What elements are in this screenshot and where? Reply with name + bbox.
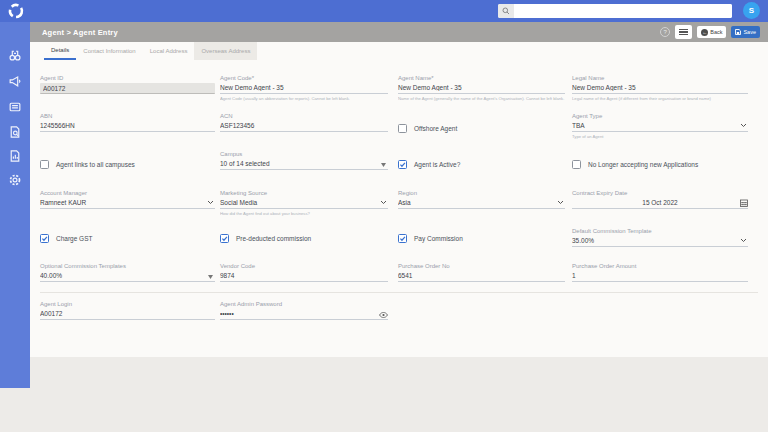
save-button[interactable]: Save bbox=[731, 26, 760, 38]
optional-commission-templates-select[interactable]: 40.00% bbox=[40, 270, 215, 282]
binoculars-icon[interactable] bbox=[8, 48, 22, 62]
field-abn: ABN bbox=[40, 112, 215, 132]
pre-deducted-commission-checkbox[interactable] bbox=[220, 234, 229, 243]
dropdown-triangle-icon bbox=[208, 275, 213, 279]
hamburger-menu-button[interactable] bbox=[675, 25, 692, 39]
page-header: Agent > Agent Entry ? ← Back Save bbox=[30, 22, 768, 42]
dropdown-triangle-icon bbox=[381, 163, 386, 167]
back-arrow-icon: ← bbox=[701, 29, 708, 36]
field-agent-id: Agent ID bbox=[40, 74, 215, 94]
global-search-input[interactable] bbox=[514, 4, 732, 18]
app-logo-icon[interactable] bbox=[7, 2, 25, 20]
topbar: S bbox=[0, 0, 768, 22]
tab-details[interactable]: Details bbox=[44, 42, 76, 60]
breadcrumb-title: Agent > Agent Entry bbox=[42, 28, 118, 37]
field-agent-type: Agent Type TBA Type of an Agent bbox=[572, 112, 748, 140]
document-search-icon[interactable] bbox=[8, 125, 22, 139]
purchase-order-amount-input[interactable] bbox=[572, 270, 748, 282]
field-region: Region Asia bbox=[398, 189, 565, 209]
chevron-down-icon bbox=[380, 200, 387, 205]
app-window: S Agent > Agent Entry ? ← Back bbox=[0, 0, 768, 432]
chevron-down-icon bbox=[740, 123, 747, 128]
agent-admin-password-input[interactable] bbox=[220, 308, 388, 320]
book-icon[interactable] bbox=[8, 100, 22, 114]
no-new-applications-checkbox[interactable] bbox=[572, 160, 581, 169]
agent-name-input[interactable] bbox=[398, 82, 565, 94]
field-acn: ACN bbox=[220, 112, 388, 132]
field-campus: Campus 10 of 14 selected bbox=[220, 150, 388, 170]
megaphone-icon[interactable] bbox=[8, 74, 22, 88]
field-agent-admin-password: Agent Admin Password bbox=[220, 300, 388, 320]
vendor-code-input[interactable] bbox=[220, 270, 388, 282]
tab-contact-information[interactable]: Contact Information bbox=[76, 42, 142, 60]
document-report-icon[interactable] bbox=[8, 149, 22, 163]
field-contract-expiry-date: Contract Expiry Date bbox=[572, 189, 748, 209]
agent-id-input[interactable] bbox=[40, 83, 215, 94]
field-vendor-code: Vendor Code bbox=[220, 262, 388, 282]
header-actions: ? ← Back Save bbox=[660, 22, 760, 42]
field-agent-code: Agent Code* Agent Code (usually an abbre… bbox=[220, 74, 388, 102]
purchase-order-no-input[interactable] bbox=[398, 270, 565, 282]
field-legal-name: Legal Name Legal name of the Agent (if d… bbox=[572, 74, 748, 102]
default-commission-template-select[interactable]: 35.00% bbox=[572, 235, 748, 247]
pay-commission-checkbox[interactable] bbox=[398, 234, 407, 243]
field-agent-login: Agent Login bbox=[40, 300, 215, 320]
search-icon bbox=[498, 4, 514, 18]
no-new-applications-checkbox-row[interactable]: No Longer accepting new Applications bbox=[572, 160, 698, 169]
tab-overseas-address[interactable]: Overseas Address bbox=[194, 42, 257, 60]
content-card: Details Contact Information Local Addres… bbox=[30, 42, 768, 357]
field-account-manager: Account Manager Ramneet KAUR bbox=[40, 189, 215, 209]
tab-local-address[interactable]: Local Address bbox=[143, 42, 195, 60]
field-purchase-order-no: Purchase Order No bbox=[398, 262, 565, 282]
pay-commission-checkbox-row[interactable]: Pay Commission bbox=[398, 234, 463, 243]
pre-deducted-commission-checkbox-row[interactable]: Pre-deducted commission bbox=[220, 234, 311, 243]
section-divider bbox=[40, 292, 758, 293]
agent-login-input[interactable] bbox=[40, 308, 215, 320]
field-optional-commission-templates: Optional Commission Templates 40.00% bbox=[40, 262, 215, 282]
user-avatar[interactable]: S bbox=[743, 2, 760, 19]
agent-active-checkbox[interactable] bbox=[398, 160, 407, 169]
agent-active-checkbox-row[interactable]: Agent is Active? bbox=[398, 160, 460, 169]
contract-expiry-date-input[interactable] bbox=[572, 197, 748, 209]
settings-gear-icon[interactable] bbox=[8, 173, 22, 187]
charge-gst-checkbox[interactable] bbox=[40, 234, 49, 243]
links-all-campuses-checkbox-row[interactable]: Agent links to all campuses bbox=[40, 160, 135, 169]
offshore-agent-checkbox[interactable] bbox=[398, 124, 407, 133]
field-agent-name: Agent Name* Name of the Agent (generally… bbox=[398, 74, 565, 102]
field-purchase-order-amount: Purchase Order Amount bbox=[572, 262, 748, 282]
back-button[interactable]: ← Back bbox=[697, 26, 726, 38]
account-manager-select[interactable]: Ramneet KAUR bbox=[40, 197, 215, 209]
sidebar-nav bbox=[0, 22, 30, 388]
links-all-campuses-checkbox[interactable] bbox=[40, 160, 49, 169]
eye-icon[interactable] bbox=[379, 312, 388, 318]
chevron-down-icon bbox=[740, 238, 747, 243]
chevron-down-icon bbox=[557, 200, 564, 205]
help-icon[interactable]: ? bbox=[660, 27, 670, 37]
region-select[interactable]: Asia bbox=[398, 197, 565, 209]
offshore-agent-checkbox-row[interactable]: Offshore Agent bbox=[398, 124, 457, 133]
calendar-icon[interactable] bbox=[740, 199, 748, 207]
global-search bbox=[498, 4, 732, 18]
field-default-commission-template: Default Commission Template 35.00% bbox=[572, 227, 748, 247]
charge-gst-checkbox-row[interactable]: Charge GST bbox=[40, 234, 93, 243]
agent-code-input[interactable] bbox=[220, 82, 388, 94]
campus-multiselect[interactable]: 10 of 14 selected bbox=[220, 158, 388, 170]
agent-type-select[interactable]: TBA bbox=[572, 120, 748, 132]
chevron-down-icon bbox=[207, 200, 214, 205]
legal-name-input[interactable] bbox=[572, 82, 748, 94]
tab-bar: Details Contact Information Local Addres… bbox=[30, 42, 768, 60]
save-floppy-icon bbox=[735, 29, 741, 35]
acn-input[interactable] bbox=[220, 120, 388, 132]
marketing-source-select[interactable]: Social Media bbox=[220, 197, 388, 209]
field-marketing-source: Marketing Source Social Media How did th… bbox=[220, 189, 388, 217]
abn-input[interactable] bbox=[40, 120, 215, 132]
